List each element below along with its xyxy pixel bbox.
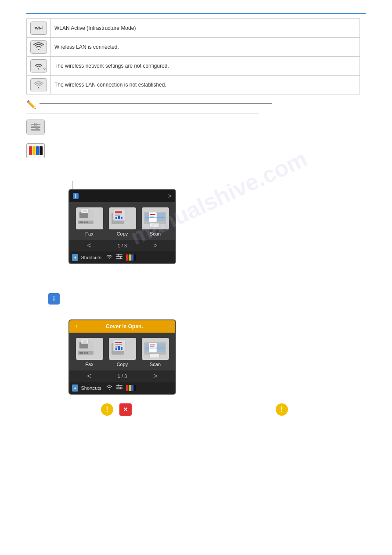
footer-settings-svg-2	[116, 384, 122, 390]
table-row: WiFi WLAN Active (Infrastructure Mode)	[27, 19, 360, 38]
scan-icon-1	[142, 207, 169, 229]
screen-arrow-right-1: >	[168, 192, 172, 200]
footer-wifi-icon-1	[106, 254, 113, 261]
footer-ink-2	[126, 385, 136, 391]
footer-ink-red-2	[126, 385, 128, 391]
note-line	[40, 103, 272, 104]
scan-label-1: Scan	[150, 231, 161, 236]
screen-arrow-right-2: >	[168, 323, 172, 330]
wifi-signal-description: Wireless LAN is connected.	[51, 38, 360, 57]
screen-function-copy-2[interactable]: Copy	[109, 338, 136, 367]
nav-left-1[interactable]: <	[87, 242, 91, 250]
info-badge-1: i	[73, 193, 79, 199]
wifi-question-description: The wireless network settings are not co…	[51, 57, 360, 76]
copy-svg-2	[110, 339, 135, 359]
svg-rect-15	[86, 221, 88, 223]
footer-ink-black-1	[134, 254, 136, 261]
fax-label-1: Fax	[85, 231, 93, 236]
copy-label-1: Copy	[117, 231, 128, 236]
svg-rect-34	[145, 217, 165, 218]
svg-rect-67	[116, 385, 122, 386]
svg-rect-45	[84, 352, 86, 354]
table-row: ? The wireless network settings are not …	[27, 57, 360, 76]
svg-rect-58	[121, 347, 122, 350]
svg-rect-9	[36, 123, 37, 130]
footer-add-1[interactable]: +	[72, 254, 78, 261]
svg-rect-66	[150, 354, 159, 358]
svg-rect-35	[150, 223, 159, 227]
svg-rect-53	[115, 342, 122, 343]
svg-rect-14	[84, 221, 86, 223]
wifi-text-description: WLAN Active (Infrastructure Mode)	[51, 19, 360, 38]
svg-rect-63	[150, 346, 155, 347]
copy-icon-2	[109, 338, 136, 360]
screen-body-2: Fax	[69, 333, 175, 370]
svg-rect-68	[116, 387, 122, 388]
footer-shortcuts-1[interactable]: Shortcuts	[81, 255, 101, 260]
svg-rect-27	[121, 217, 122, 219]
svg-rect-37	[116, 256, 122, 257]
footer-add-2[interactable]: +	[72, 385, 78, 392]
fax-svg-1	[77, 208, 102, 229]
wifi-question-cell: ?	[27, 57, 51, 76]
ink-bar-yellow	[32, 146, 36, 155]
svg-rect-44	[79, 352, 83, 354]
svg-rect-31	[150, 214, 155, 215]
settings-icon-box	[26, 120, 45, 134]
top-divider	[26, 13, 366, 14]
wifi-error-svg	[33, 80, 44, 89]
device-screen-1: i >	[68, 189, 176, 264]
footer-settings-svg-1	[116, 254, 122, 260]
fax-svg-2	[77, 339, 102, 359]
svg-rect-70	[118, 385, 119, 387]
bottom-error-icon-1: ×	[119, 403, 132, 416]
screen-function-scan-1[interactable]: Scan	[142, 207, 169, 236]
screen-function-scan-2[interactable]: Scan	[142, 338, 169, 367]
scan-icon-2	[142, 338, 169, 360]
ink-bar-black	[40, 146, 43, 155]
pencil-icon: ✏️	[26, 100, 36, 109]
wifi-text-label: WiFi	[35, 26, 43, 30]
bottom-warning-icon-1: !	[101, 403, 113, 416]
nav-right-1[interactable]: >	[153, 242, 157, 250]
wifi-error-cell	[27, 76, 51, 94]
svg-rect-38	[116, 258, 122, 259]
fax-label-2: Fax	[85, 362, 93, 367]
fax-icon-2	[76, 338, 103, 360]
wifi-question-svg	[33, 62, 44, 70]
table-row: Wireless LAN is connected.	[27, 38, 360, 57]
nav-left-2[interactable]: <	[87, 372, 91, 380]
footer-ink-blue-1	[131, 254, 133, 261]
screen-body-1: Fax	[69, 202, 175, 240]
footer-ink-yellow-1	[129, 254, 131, 261]
footer-shortcuts-2[interactable]: Shortcuts	[81, 385, 101, 391]
screen-function-copy-1[interactable]: Copy	[109, 207, 136, 236]
wifi-text-icon: WiFi	[30, 22, 47, 35]
svg-rect-32	[150, 216, 155, 217]
screen-function-fax-1[interactable]: Fax	[76, 207, 103, 236]
footer-ink-black-2	[134, 385, 136, 391]
pointer-line	[72, 181, 72, 189]
footer-wifi-icon-2	[106, 385, 113, 392]
screen-header-1: i >	[69, 190, 175, 202]
bottom-icons-row: ! × !	[101, 403, 366, 416]
info-icon-standalone: i	[48, 293, 60, 305]
wifi-error-icon	[30, 78, 47, 91]
wifi-signal-icon	[30, 40, 47, 54]
warning-badge-2: !	[73, 323, 81, 330]
screen-header-2: ! Cover is Open. >	[69, 320, 175, 333]
svg-rect-65	[145, 348, 165, 348]
screen-header-text-2: Cover is Open.	[106, 323, 143, 330]
svg-rect-56	[115, 348, 117, 350]
svg-rect-25	[115, 217, 117, 219]
wifi-signal-cell	[27, 38, 51, 57]
wifi-signal-svg	[33, 42, 44, 51]
screen-function-fax-2[interactable]: Fax	[76, 338, 103, 367]
question-mark: ?	[43, 67, 46, 71]
footer-ink-1	[126, 254, 136, 261]
screen-footer-1: + Shortcuts	[69, 251, 175, 263]
device-screen-2: ! Cover is Open. >	[68, 319, 176, 395]
nav-right-2[interactable]: >	[153, 372, 157, 380]
screen-nav-2: < 1 / 3 >	[69, 370, 175, 382]
screen-footer-2: + Shortcuts	[69, 382, 175, 394]
